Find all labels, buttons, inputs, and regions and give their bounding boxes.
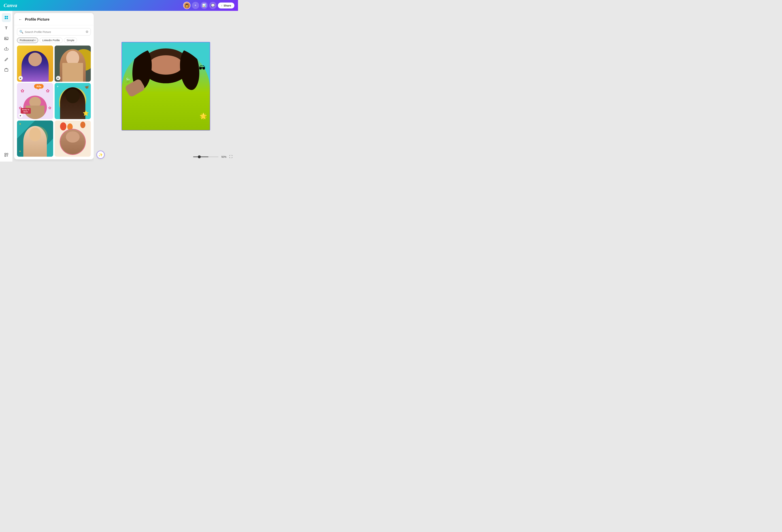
svg-rect-2 (5, 18, 6, 19)
person-figure (60, 87, 85, 119)
search-icon: 🔍 (20, 30, 23, 34)
flower-deco: ✿ (21, 88, 24, 93)
template-card[interactable] (55, 120, 91, 157)
share-label: Share (223, 4, 231, 7)
cloud-upload-icon (4, 47, 8, 51)
flower-deco: ✿ (46, 88, 49, 93)
play-overlay: ▶ (19, 76, 23, 80)
main-layout: T (0, 11, 238, 161)
aila-tooltip: Aila (34, 84, 44, 88)
template-card[interactable]: ▶ (55, 45, 91, 82)
fullscreen-button[interactable]: ⛶ (229, 155, 233, 159)
svg-point-3 (6, 18, 8, 19)
chip-label: Professional (20, 39, 34, 42)
search-input[interactable] (25, 30, 84, 33)
comments-button[interactable]: 💬 (209, 2, 216, 9)
canvas-content: 🕶 🌟 🍃 (122, 42, 210, 130)
avatar-image: 👩 (184, 2, 190, 9)
sidebar-item-draw[interactable] (2, 55, 11, 64)
filter-chips: Professional ▾ LinkedIn Profile Simple (14, 38, 94, 45)
chip-label: LinkedIn Profile (42, 39, 60, 42)
analytics-button[interactable]: 📊 (201, 2, 208, 9)
flower-deco: ✿ (48, 106, 51, 110)
canvas-area: 🕶 🌟 🍃 50% ⛶ ✨ (94, 11, 238, 161)
template-inner: ▶ (17, 45, 53, 82)
sidebar-item-text[interactable]: T (2, 24, 11, 33)
play-icon: ▶ (19, 76, 23, 80)
star-deco: ✦ (19, 122, 21, 126)
deco-leaf-canvas: 🍃 (125, 77, 131, 83)
share-icon: ↑ (221, 4, 223, 7)
search-bar: 🔍 ⚙ (17, 28, 91, 35)
template-card[interactable]: ✦ ✦ (17, 120, 53, 157)
template-inner: ✦ ✦ (17, 120, 53, 157)
apps-icon (4, 153, 8, 157)
canvas-frame: 🕶 🌟 🍃 (121, 42, 210, 130)
svg-rect-9 (5, 155, 6, 156)
chip-linkedin[interactable]: LinkedIn Profile (40, 38, 63, 43)
comment-icon: 💬 (211, 3, 215, 7)
search-container: 🔍 ⚙ (14, 25, 94, 38)
svg-rect-0 (5, 16, 6, 17)
canva-logo: Canva (4, 3, 17, 8)
chip-professional[interactable]: Professional ▾ (17, 38, 38, 43)
sidebar-item-projects[interactable] (2, 66, 11, 74)
share-button[interactable]: ↑ Share (218, 3, 235, 8)
magic-button[interactable]: ✨ (97, 151, 105, 159)
template-panel: ← Profile Picture 🔍 ⚙ Professional ▾ Lin… (14, 13, 94, 159)
draw-icon (4, 57, 8, 62)
sidebar: T (0, 11, 13, 161)
filter-icon[interactable]: ⚙ (85, 30, 88, 34)
play-icon: ▶ (19, 113, 23, 118)
template-card[interactable]: ▶ (17, 45, 53, 82)
chart-icon: 📊 (202, 3, 206, 7)
chevron-down-icon: ▾ (34, 39, 35, 42)
zoom-label: 50% (221, 155, 226, 158)
person-circle (23, 96, 47, 119)
media-icon (4, 36, 8, 41)
template-inner: ▶ (55, 45, 91, 82)
back-button[interactable]: ← (18, 16, 23, 22)
person-figure (23, 126, 47, 157)
chip-simple[interactable]: Simple (64, 38, 77, 43)
bottom-bar: 50% ⛶ (193, 155, 233, 159)
deco-butterfly: 🦋 (84, 85, 89, 89)
svg-rect-1 (6, 16, 8, 17)
ready-badge: Ready ToWork! (21, 108, 31, 114)
play-icon: ▶ (56, 76, 61, 80)
sidebar-item-elements[interactable] (2, 13, 11, 22)
sidebar-item-uploads[interactable] (2, 44, 11, 53)
canvas-person (122, 42, 210, 130)
user-avatar[interactable]: 👩 (183, 2, 190, 9)
template-card[interactable]: Aila ✿ ✿ ✿ ✿ Ready ToWork! ▶ (17, 83, 53, 119)
play-overlay: ▶ (56, 76, 61, 80)
zoom-slider-container (193, 156, 218, 157)
back-icon: ← (19, 17, 22, 22)
add-collaborator-button[interactable]: + (192, 2, 199, 9)
zoom-slider[interactable] (193, 156, 218, 157)
header: Canva 👩 + 📊 💬 ↑ Share (0, 0, 238, 11)
circle-frame (60, 129, 86, 155)
deco-glasses-canvas: 🕶 (199, 64, 206, 72)
person-figure (22, 51, 49, 82)
sidebar-item-media[interactable] (2, 34, 11, 43)
panel-title: Profile Picture (25, 17, 49, 22)
template-grid: ▶ ▶ Ai (14, 45, 94, 159)
elements-icon (4, 15, 8, 20)
template-inner: ✦ 🦋 ⭐ (55, 83, 91, 119)
plus-icon: + (194, 4, 197, 7)
expand-icon: ⛶ (229, 155, 233, 158)
projects-icon (4, 68, 8, 72)
play-overlay: ▶ (19, 113, 23, 118)
template-card[interactable]: ✦ 🦋 ⭐ (55, 83, 91, 119)
chip-label: Simple (67, 39, 74, 42)
svg-rect-7 (5, 153, 6, 154)
header-right: 👩 + 📊 💬 ↑ Share (183, 2, 235, 9)
balloon (60, 122, 66, 130)
deco-element: ✦ (57, 85, 59, 88)
balloon (80, 122, 85, 128)
deco-star-canvas: 🌟 (200, 112, 207, 120)
template-inner (55, 120, 91, 157)
template-inner: Aila ✿ ✿ ✿ ✿ Ready ToWork! ▶ (17, 83, 53, 119)
sidebar-item-apps[interactable] (2, 150, 11, 159)
